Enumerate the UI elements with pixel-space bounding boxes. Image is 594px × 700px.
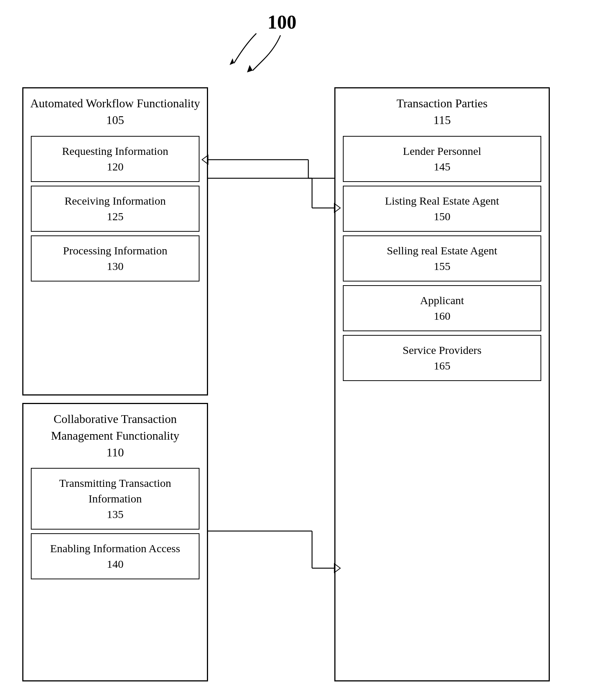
receiving-information-box: Receiving Information 125 xyxy=(31,186,199,232)
lender-personnel-label: Lender Personnel xyxy=(347,143,537,159)
selling-real-estate-box: Selling real Estate Agent 155 xyxy=(343,235,541,281)
enabling-information-label: Enabling Information Access xyxy=(35,541,195,556)
receiving-information-number: 125 xyxy=(35,209,195,224)
processing-information-box: Processing Information 130 xyxy=(31,235,199,281)
requesting-information-label: Requesting Information xyxy=(35,143,195,159)
selling-real-estate-number: 155 xyxy=(347,258,537,274)
receiving-information-label: Receiving Information xyxy=(35,193,195,209)
lender-personnel-number: 145 xyxy=(347,159,537,175)
service-providers-box: Service Providers 165 xyxy=(343,335,541,381)
transmitting-transaction-label: Transmitting Transaction Information xyxy=(35,475,195,507)
title-arrow-icon xyxy=(223,30,267,74)
automated-workflow-box: Automated Workflow Functionality 105 Req… xyxy=(22,87,208,395)
processing-information-number: 130 xyxy=(35,258,195,274)
transaction-parties-box: Transaction Parties 115 Lender Personnel… xyxy=(334,87,550,681)
service-providers-number: 165 xyxy=(347,358,537,374)
diagram-container: 100 Automated Workflow Functionality 105… xyxy=(0,0,594,700)
enabling-information-number: 140 xyxy=(35,556,195,572)
processing-information-label: Processing Information xyxy=(35,243,195,258)
applicant-label: Applicant xyxy=(347,293,537,308)
automated-workflow-label: Automated Workflow Functionality 105 xyxy=(23,88,207,132)
diagram-title: 100 xyxy=(267,11,296,33)
requesting-information-number: 120 xyxy=(35,159,195,175)
collaborative-transaction-label: Collaborative Transaction Management Fun… xyxy=(23,404,207,464)
requesting-information-box: Requesting Information 120 xyxy=(31,136,199,182)
selling-real-estate-label: Selling real Estate Agent xyxy=(347,243,537,258)
applicant-number: 160 xyxy=(347,308,537,324)
transaction-parties-label: Transaction Parties 115 xyxy=(335,88,549,132)
listing-real-estate-box: Listing Real Estate Agent 150 xyxy=(343,186,541,232)
enabling-information-box: Enabling Information Access 140 xyxy=(31,533,199,579)
listing-real-estate-label: Listing Real Estate Agent xyxy=(347,193,537,209)
svg-marker-13 xyxy=(230,58,234,65)
listing-real-estate-number: 150 xyxy=(347,209,537,224)
collaborative-transaction-box: Collaborative Transaction Management Fun… xyxy=(22,403,208,681)
lender-personnel-box: Lender Personnel 145 xyxy=(343,136,541,182)
service-providers-label: Service Providers xyxy=(347,342,537,358)
transmitting-transaction-box: Transmitting Transaction Information 135 xyxy=(31,468,199,530)
applicant-box: Applicant 160 xyxy=(343,285,541,331)
transmitting-transaction-number: 135 xyxy=(35,507,195,522)
